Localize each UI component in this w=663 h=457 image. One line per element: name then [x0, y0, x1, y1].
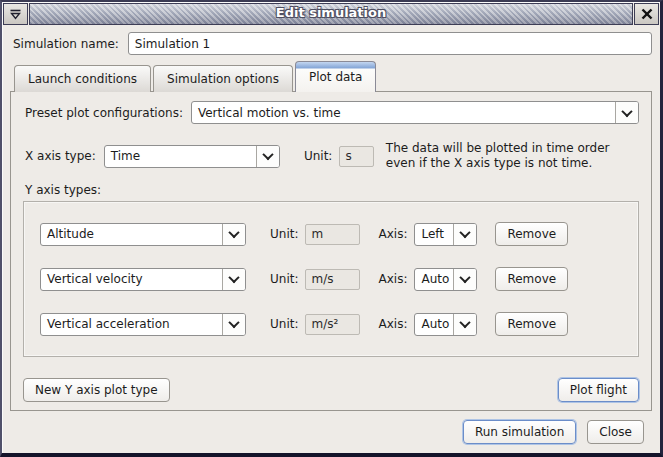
close-icon	[641, 8, 653, 20]
titlebar-hatch[interactable]	[29, 3, 633, 25]
y-axis-groupbox: Altitude Unit: m Axis: Left Remove Verti…	[23, 201, 639, 357]
panel-bottom-row: New Y axis plot type Plot flight	[23, 378, 639, 402]
axis-value-2: Auto	[415, 269, 453, 290]
axis-label: Axis:	[378, 272, 407, 286]
axis-label: Axis:	[378, 317, 407, 331]
x-axis-unit-field: s	[339, 146, 373, 167]
preset-row: Preset plot configurations: Vertical mot…	[23, 101, 639, 124]
x-axis-type-combobox[interactable]: Time	[104, 145, 280, 168]
edit-simulation-dialog: Edit simulation Simulation name: Launch …	[0, 0, 663, 457]
x-axis-unit-label: Unit:	[304, 149, 332, 163]
preset-combobox[interactable]: Vertical motion vs. time	[191, 101, 639, 124]
remove-button-1[interactable]: Remove	[495, 222, 568, 246]
y-axis-type-combobox-2[interactable]: Vertical velocity	[40, 268, 246, 291]
unit-label: Unit:	[270, 317, 298, 331]
window-menu-icon	[9, 9, 22, 20]
unit-field-3: m/s²	[305, 314, 360, 335]
preset-combobox-value: Vertical motion vs. time	[192, 102, 615, 123]
titlebar: Edit simulation	[3, 3, 659, 25]
simulation-name-row: Simulation name:	[10, 32, 652, 55]
chevron-down-icon	[256, 146, 279, 167]
chevron-down-icon	[222, 314, 245, 335]
chevron-down-icon	[615, 102, 638, 123]
plot-flight-button[interactable]: Plot flight	[558, 378, 639, 402]
dialog-content: Simulation name: Launch conditions Simul…	[2, 25, 660, 444]
tab-simulation-options[interactable]: Simulation options	[153, 65, 293, 92]
close-window-button[interactable]	[634, 3, 659, 25]
chevron-down-icon	[453, 224, 476, 245]
new-y-axis-plot-type-button[interactable]: New Y axis plot type	[23, 378, 170, 402]
chevron-down-icon	[222, 224, 245, 245]
axis-value-1: Left	[415, 224, 453, 245]
axis-combobox-3[interactable]: Auto	[414, 313, 477, 336]
remove-button-2[interactable]: Remove	[495, 267, 568, 291]
x-axis-label: X axis type:	[25, 149, 96, 163]
remove-button-3[interactable]: Remove	[495, 312, 568, 336]
window-menu-button[interactable]	[3, 3, 28, 25]
close-button[interactable]: Close	[587, 420, 644, 444]
unit-label: Unit:	[270, 272, 298, 286]
y-axis-row-2: Vertical velocity Unit: m/s Axis: Auto R…	[40, 267, 622, 291]
axis-combobox-1[interactable]: Left	[414, 223, 477, 246]
simulation-name-label: Simulation name:	[13, 37, 119, 51]
unit-label: Unit:	[270, 227, 298, 241]
plot-data-panel: Preset plot configurations: Vertical mot…	[10, 91, 652, 411]
preset-label: Preset plot configurations:	[25, 106, 183, 120]
run-simulation-button[interactable]: Run simulation	[463, 420, 576, 444]
y-axis-type-value-3: Vertical acceleration	[41, 314, 222, 335]
y-axis-type-value-2: Vertical velocity	[41, 269, 222, 290]
chevron-down-icon	[222, 269, 245, 290]
y-axis-row-1: Altitude Unit: m Axis: Left Remove	[40, 222, 622, 246]
tab-plot-data[interactable]: Plot data	[295, 61, 376, 92]
tab-launch-conditions[interactable]: Launch conditions	[14, 65, 151, 92]
x-axis-row: X axis type: Time Unit: s The data will …	[23, 141, 639, 171]
y-axis-types-label: Y axis types:	[25, 183, 639, 197]
y-axis-type-value-1: Altitude	[41, 224, 222, 245]
axis-label: Axis:	[378, 227, 407, 241]
unit-field-2: m/s	[305, 269, 360, 290]
x-axis-type-value: Time	[105, 146, 256, 167]
axis-value-3: Auto	[415, 314, 453, 335]
simulation-name-input[interactable]	[128, 32, 652, 55]
y-axis-type-combobox-3[interactable]: Vertical acceleration	[40, 313, 246, 336]
chevron-down-icon	[453, 269, 476, 290]
y-axis-type-combobox-1[interactable]: Altitude	[40, 223, 246, 246]
axis-combobox-2[interactable]: Auto	[414, 268, 477, 291]
footer-row: Run simulation Close	[10, 411, 652, 444]
unit-field-1: m	[305, 224, 360, 245]
tab-bar: Launch conditions Simulation options Plo…	[14, 61, 652, 92]
chevron-down-icon	[453, 314, 476, 335]
y-axis-row-3: Vertical acceleration Unit: m/s² Axis: A…	[40, 312, 622, 336]
x-axis-note: The data will be plotted in time order e…	[386, 141, 639, 171]
